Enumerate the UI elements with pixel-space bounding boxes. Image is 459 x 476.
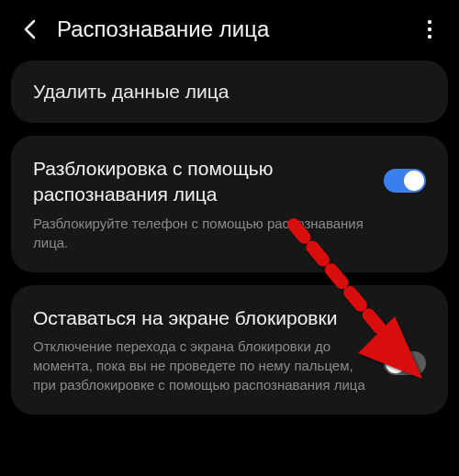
- more-button[interactable]: [419, 18, 441, 40]
- toggle-thumb: [404, 171, 424, 191]
- delete-face-data-button[interactable]: Удалить данные лица: [11, 61, 448, 123]
- face-unlock-toggle[interactable]: [384, 169, 426, 193]
- toggle-thumb: [386, 353, 406, 373]
- back-button[interactable]: [18, 18, 40, 40]
- more-vertical-icon: [427, 19, 432, 39]
- chevron-left-icon: [23, 19, 36, 39]
- face-unlock-setting[interactable]: Разблокировка с помощью распознавания ли…: [11, 136, 448, 272]
- face-unlock-title: Разблокировка с помощью распознавания ли…: [33, 156, 369, 208]
- delete-face-data-label: Удалить данные лица: [33, 81, 426, 103]
- stay-on-lock-desc: Отключение перехода с экрана блокировки …: [33, 337, 369, 394]
- page-title: Распознавание лица: [57, 17, 419, 42]
- stay-on-lock-toggle[interactable]: [384, 351, 426, 375]
- svg-point-0: [428, 20, 431, 24]
- face-unlock-desc: Разблокируйте телефон с помощью распозна…: [33, 214, 369, 252]
- stay-on-lock-title: Оставаться на экране блокировки: [33, 305, 369, 331]
- svg-point-2: [428, 35, 431, 39]
- svg-point-1: [428, 28, 431, 31]
- stay-on-lock-setting[interactable]: Оставаться на экране блокировки Отключен…: [11, 285, 448, 415]
